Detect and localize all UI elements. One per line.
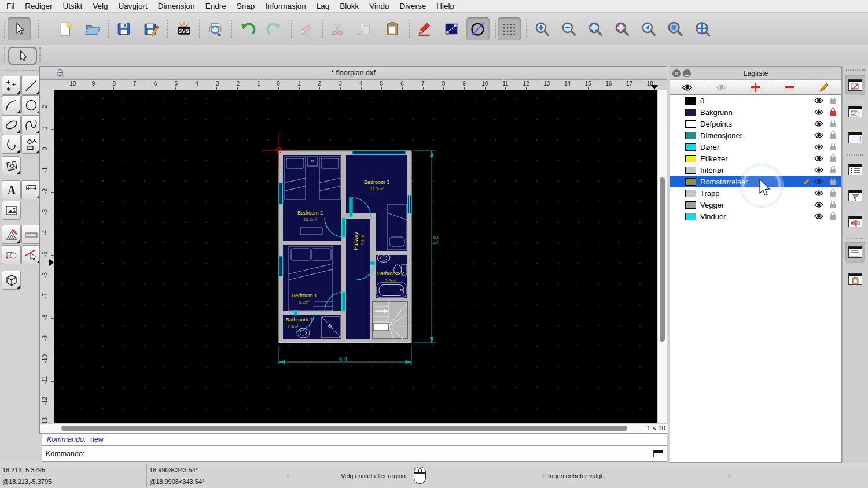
menu-item-lag[interactable]: Lag bbox=[317, 2, 330, 10]
print-preview-button[interactable] bbox=[204, 17, 227, 40]
zoom-window-button[interactable] bbox=[664, 17, 687, 40]
clipboard-dock-button[interactable] bbox=[845, 269, 865, 290]
layer-lock-icon[interactable] bbox=[830, 192, 836, 197]
pen-edit-button[interactable] bbox=[413, 17, 436, 40]
hatch-tool-button[interactable] bbox=[2, 156, 21, 175]
draw-order-button[interactable] bbox=[440, 17, 463, 40]
layer-row[interactable]: 0 bbox=[670, 95, 841, 106]
menu-item-diverse[interactable]: Diverse bbox=[400, 2, 426, 10]
layer-visibility-icon[interactable] bbox=[814, 213, 824, 220]
command-line-dock-button[interactable] bbox=[845, 242, 865, 263]
layer-lock-icon[interactable] bbox=[830, 215, 836, 220]
menu-item-blokk[interactable]: Blokk bbox=[340, 2, 359, 10]
layer-row[interactable]: Etiketter bbox=[670, 153, 841, 164]
menu-item-rediger[interactable]: Rediger bbox=[25, 2, 52, 10]
layer-lock-icon[interactable] bbox=[830, 204, 836, 208]
layer-visibility-icon[interactable] bbox=[814, 201, 824, 208]
layer-row[interactable]: Dører bbox=[670, 141, 841, 153]
menu-item-snap[interactable]: Snap bbox=[237, 2, 255, 10]
command-input[interactable]: Kommando: bbox=[42, 446, 667, 462]
layer-lock-icon[interactable] bbox=[830, 157, 836, 162]
dimension-tool-button[interactable] bbox=[21, 180, 41, 199]
layer-row[interactable]: Bakgrunn bbox=[670, 106, 841, 118]
layer-visibility-icon[interactable] bbox=[814, 143, 824, 150]
paste-button[interactable] bbox=[381, 17, 404, 40]
menu-item-informasjon[interactable]: Informasjon bbox=[265, 2, 306, 10]
zoom-auto-button[interactable] bbox=[584, 17, 607, 40]
layer-lock-icon[interactable] bbox=[830, 123, 836, 127]
layer-lock-icon[interactable] bbox=[830, 134, 836, 139]
menu-item-utsikt[interactable]: Utsikt bbox=[63, 2, 83, 10]
layer-row[interactable]: Vinduer bbox=[670, 210, 841, 222]
layer-visibility-icon[interactable] bbox=[814, 97, 824, 104]
zoom-back-button[interactable] bbox=[637, 17, 660, 40]
menu-item-endre[interactable]: Endre bbox=[205, 2, 226, 10]
modify-tools-button[interactable] bbox=[2, 225, 21, 244]
layer-visibility-icon[interactable] bbox=[814, 178, 824, 185]
measure-tool-button[interactable] bbox=[21, 225, 41, 244]
layer-lock-icon[interactable] bbox=[830, 99, 836, 104]
horizontal-scroll-thumb[interactable] bbox=[61, 426, 627, 431]
grid-toggle-button[interactable] bbox=[498, 17, 521, 40]
text-tool-button[interactable]: A bbox=[2, 180, 21, 199]
menu-item-velg[interactable]: Velg bbox=[93, 2, 108, 10]
layer-visibility-icon[interactable] bbox=[814, 109, 824, 116]
zoom-pan-button[interactable] bbox=[691, 17, 714, 40]
polygon-tool-button[interactable] bbox=[21, 135, 41, 154]
layer-edit-pencil-icon[interactable] bbox=[803, 178, 810, 186]
menu-item-fil[interactable]: Fil bbox=[6, 2, 14, 10]
menu-item-dimensjon[interactable]: Dimensjon bbox=[158, 2, 195, 10]
select-entity-tool-button[interactable] bbox=[21, 245, 41, 264]
layer-lock-icon[interactable] bbox=[830, 180, 836, 185]
circle-tool-button[interactable] bbox=[466, 17, 490, 40]
drawing-canvas[interactable]: Bedroom 2 12.3m² Bedroom 3 11.5m² Hallwa… bbox=[54, 90, 659, 424]
layer-visibility-icon[interactable] bbox=[814, 190, 824, 197]
zoom-in-button[interactable] bbox=[531, 17, 554, 40]
image-tool-button[interactable] bbox=[2, 201, 21, 220]
polyline-tool-button[interactable] bbox=[2, 135, 21, 154]
layer-visibility-icon[interactable] bbox=[814, 120, 824, 127]
select-tool-button[interactable] bbox=[8, 17, 31, 40]
layer-visibility-icon[interactable] bbox=[814, 155, 824, 162]
new-document-button[interactable] bbox=[54, 17, 77, 40]
vertical-scroll-thumb[interactable] bbox=[660, 177, 665, 342]
filter-dock-button[interactable] bbox=[845, 185, 865, 206]
spline-tool-button[interactable] bbox=[21, 115, 41, 134]
arc-tool-button[interactable] bbox=[2, 95, 21, 114]
open-file-button[interactable] bbox=[81, 17, 104, 40]
save-button[interactable] bbox=[112, 17, 135, 40]
circle-tool-button[interactable] bbox=[21, 95, 41, 114]
blocks-tool-button[interactable] bbox=[2, 245, 21, 264]
show-all-layers-button[interactable] bbox=[670, 80, 704, 95]
zoom-previous-button[interactable] bbox=[610, 17, 634, 40]
save-as-button[interactable] bbox=[139, 17, 163, 40]
layer-visibility-icon[interactable] bbox=[814, 167, 824, 173]
media-dock-button[interactable] bbox=[845, 211, 865, 232]
layer-lock-icon[interactable] bbox=[830, 146, 836, 150]
horizontal-scrollbar[interactable]: 1 < 10 bbox=[40, 423, 668, 433]
export-svg-button[interactable]: SVG bbox=[172, 17, 196, 40]
active-tool-button[interactable] bbox=[8, 47, 37, 65]
zoom-out-button[interactable] bbox=[557, 17, 580, 40]
menu-item-vindu[interactable]: Vindu bbox=[369, 2, 389, 10]
solid-3d-tool-button[interactable] bbox=[2, 271, 21, 290]
add-layer-button[interactable] bbox=[738, 80, 773, 95]
layer-row[interactable]: Dimensjoner bbox=[670, 130, 841, 141]
library-browser-dock-button[interactable] bbox=[845, 127, 865, 148]
layer-list-dock-button[interactable] bbox=[845, 75, 865, 95]
layer-row[interactable]: Defpoints bbox=[670, 118, 841, 130]
layer-visibility-icon[interactable] bbox=[814, 132, 824, 139]
block-list-dock-button[interactable] bbox=[845, 101, 865, 122]
vertical-scrollbar[interactable] bbox=[657, 90, 667, 424]
layer-lock-icon[interactable] bbox=[830, 169, 836, 173]
ellipse-tool-button[interactable] bbox=[2, 115, 21, 134]
hide-all-layers-button[interactable] bbox=[704, 80, 738, 95]
entity-list-dock-button[interactable] bbox=[845, 159, 865, 180]
line-tool-button[interactable] bbox=[21, 76, 41, 95]
command-options-icon[interactable] bbox=[653, 450, 663, 457]
menu-item-uavgjort[interactable]: Uavgjort bbox=[119, 2, 148, 10]
edit-layer-button[interactable] bbox=[807, 80, 841, 95]
menu-item-hjelp[interactable]: Hjelp bbox=[436, 2, 454, 10]
remove-layer-button[interactable] bbox=[773, 80, 807, 95]
undo-button[interactable] bbox=[236, 17, 259, 40]
